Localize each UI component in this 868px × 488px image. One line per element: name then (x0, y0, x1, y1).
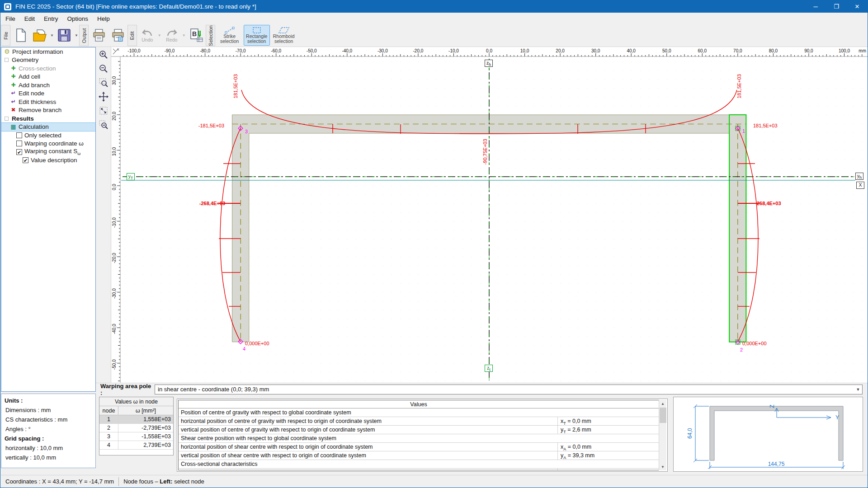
tree-item-label: Remove branch (19, 107, 61, 113)
tree-item-geometry[interactable]: Geometry (1, 56, 95, 65)
section-preview-sketch: 64,0 144,75 Y Z (674, 397, 863, 471)
axis-label-yT: yT (127, 173, 135, 180)
save-dropdown-arrow[interactable]: ▼ (75, 33, 78, 38)
redo-icon (166, 28, 178, 38)
values-section-row[interactable]: Position of centre of gravity with respe… (179, 408, 659, 417)
redo-dropdown-arrow[interactable]: ▼ (182, 33, 186, 38)
omega-row[interactable]: 42,739E+03 (99, 441, 173, 450)
values-section-row[interactable]: Cross-sectional characteristics (179, 460, 659, 469)
tree-item-calculation[interactable]: ▦Calculation (1, 123, 95, 131)
svg-text:-40,0: -40,0 (342, 48, 352, 53)
minimize-button[interactable]: ─ (805, 0, 826, 13)
plus-icon: ✚ (10, 74, 17, 80)
values-row[interactable]: vertical position of centre of gravity w… (179, 426, 659, 434)
tree-item-add-branch[interactable]: ✚Add branch (1, 81, 95, 89)
svg-text:20,0: 20,0 (112, 112, 117, 121)
rhomboid-selection-icon (278, 27, 289, 34)
tree-item-label: Edit thickness (19, 99, 56, 105)
redo-button[interactable]: Redo (163, 25, 181, 46)
tree-item-warping-constant-s[interactable]: ✔Warping constant Sω (1, 148, 95, 156)
menu-entry[interactable]: Entry (39, 14, 63, 24)
checkbox[interactable] (16, 141, 22, 146)
menu-edit[interactable]: Edit (20, 14, 39, 24)
drawing-canvas[interactable]: -100,0-90,0-80,0-70,0-60,0-50,0-40,0-30,… (111, 47, 868, 383)
svg-text:-20,0: -20,0 (112, 253, 117, 263)
preview-axis-y-label: Y (835, 414, 839, 421)
toolbar: File ▼ ▼ Output Edit Undo ▼ Redo ▼ (1, 24, 868, 47)
close-button[interactable]: ✕ (847, 0, 868, 13)
values-row[interactable]: horizontal position of centre of gravity… (179, 417, 659, 426)
svg-text:40,0: 40,0 (627, 48, 636, 53)
checkbox[interactable]: ✔ (16, 149, 22, 155)
tree-item-label: Results (12, 115, 34, 122)
application-window: FIN EC 2025 - Sector (64 bit) [Fine onli… (0, 0, 868, 488)
svg-text:-80,0: -80,0 (200, 48, 210, 53)
zoom-in-button[interactable] (97, 48, 110, 61)
toolbar-group-output[interactable]: Output (79, 25, 89, 46)
svg-text:-40,0: -40,0 (112, 324, 117, 334)
pan-button[interactable] (97, 90, 110, 103)
svg-text:-100,0: -100,0 (127, 48, 141, 53)
omega-row[interactable]: 3-1,558E+03 (99, 432, 173, 441)
tree-item-results[interactable]: Results (1, 114, 95, 123)
undo-dropdown-arrow[interactable]: ▼ (158, 33, 161, 38)
new-document-button[interactable] (12, 25, 30, 46)
zoom-window-button[interactable] (97, 76, 110, 89)
copy-to-output-button[interactable]: B (187, 25, 205, 46)
tree-item-label: Cross-section (19, 65, 56, 72)
toolbar-group-edit[interactable]: Edit (127, 25, 137, 46)
values-row[interactable]: cross-sectional areaA = 1213,7 mm² (179, 469, 659, 470)
checkbox[interactable] (16, 132, 22, 138)
scroll-up-icon[interactable]: ▲ (659, 400, 666, 407)
print-button[interactable] (90, 25, 108, 46)
zoom-out-button[interactable] (97, 62, 110, 75)
strike-selection-button[interactable]: Strikeselection (217, 25, 243, 46)
restore-button[interactable]: ❐ (826, 0, 847, 13)
open-file-button[interactable] (31, 25, 49, 46)
status-hint: Node focus – Left: select node (123, 478, 204, 485)
toolbar-group-selection[interactable]: Selection (206, 25, 215, 46)
open-dropdown-arrow[interactable]: ▼ (50, 33, 54, 38)
expand-box-icon[interactable] (5, 58, 9, 62)
svg-text:100,0: 100,0 (839, 48, 850, 53)
toolbar-group-file[interactable]: File (1, 25, 10, 46)
menu-help[interactable]: Help (93, 14, 114, 24)
omega-row[interactable]: 11,558E+03 (99, 415, 173, 424)
menu-options[interactable]: Options (63, 14, 93, 24)
values-section-row[interactable]: Shear centre position with respect to gl… (179, 434, 659, 443)
svg-text:50,0: 50,0 (662, 48, 671, 53)
scroll-down-icon[interactable]: ▼ (659, 463, 666, 470)
zoom-previous-button[interactable] (97, 118, 110, 131)
tree-item-label: Calculation (19, 123, 49, 130)
omega-row[interactable]: 2-2,739E+03 (99, 424, 173, 432)
svg-text:30,0: 30,0 (591, 48, 600, 53)
tree-item-value-description[interactable]: ✔Value description (1, 156, 95, 165)
tree-item-project-information[interactable]: ⚙Project information (1, 47, 95, 56)
scroll-thumb[interactable] (660, 408, 666, 423)
rhomboid-selection-button[interactable]: Rhomboidselection (271, 25, 297, 46)
tree-item-edit-thickness[interactable]: ↵Edit thickness (1, 98, 95, 106)
tree-item-add-cell[interactable]: ✚Add cell (1, 73, 95, 81)
svg-text:1: 1 (742, 128, 745, 134)
svg-text:-50,0: -50,0 (112, 359, 117, 370)
warping-pole-select[interactable]: in shear centre - coordinate (0,0; 39,3)… (155, 385, 863, 394)
tree-item-cross-section[interactable]: ✚Cross-section (1, 64, 95, 73)
values-scrollbar[interactable]: ▲ ▼ (659, 400, 666, 470)
tree-item-edit-node[interactable]: ↵Edit node (1, 89, 95, 98)
checkbox[interactable]: ✔ (23, 157, 28, 163)
print-settings-button[interactable] (109, 25, 127, 46)
cross-section-diagram[interactable]: -100,0-90,0-80,0-70,0-60,0-50,0-40,0-30,… (111, 47, 868, 383)
zoom-window-icon (99, 78, 108, 88)
values-row[interactable]: horizontal position of shear centre with… (179, 443, 659, 451)
values-row[interactable]: vertical position of shear centre with r… (179, 451, 659, 460)
combo-arrow-icon[interactable]: ▼ (854, 387, 862, 392)
tree-item-only-selected[interactable]: Only selected (1, 131, 95, 140)
menu-file[interactable]: File (1, 14, 20, 24)
expand-box-icon[interactable] (5, 117, 9, 121)
tree-item-remove-branch[interactable]: ✖Remove branch (1, 106, 95, 115)
save-button[interactable] (55, 25, 73, 46)
rectangle-selection-button[interactable]: Rectangleselection (244, 25, 270, 46)
undo-button[interactable]: Undo (138, 25, 156, 46)
zoom-all-button[interactable] (97, 104, 110, 117)
tree-item-warping-coordinate[interactable]: Warping coordinate ω (1, 140, 95, 148)
